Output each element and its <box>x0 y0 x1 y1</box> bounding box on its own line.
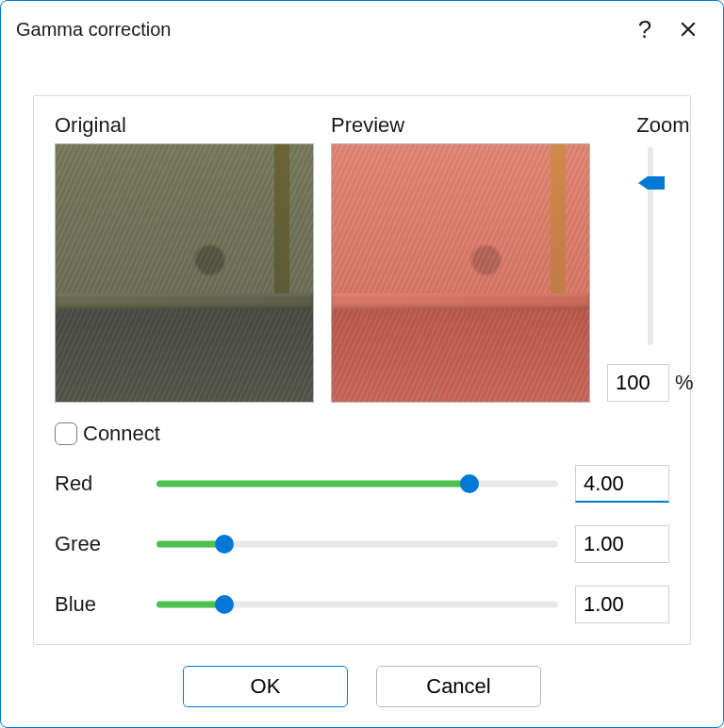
channel-sliders: Red Gree Blue <box>55 465 669 623</box>
zoom-value-input[interactable] <box>607 364 669 402</box>
preview-label: Preview <box>331 113 590 138</box>
zoom-slider[interactable] <box>632 147 669 345</box>
help-button[interactable]: ? <box>623 8 666 51</box>
dialog-content: Original Preview Zoom <box>1 58 723 727</box>
green-label: Gree <box>55 532 140 556</box>
original-image[interactable] <box>55 143 314 403</box>
close-icon <box>680 21 697 38</box>
window-title: Gamma correction <box>16 19 172 41</box>
titlebar: Gamma correction ? <box>1 1 723 58</box>
green-slider[interactable] <box>156 535 558 554</box>
original-column: Original <box>55 113 314 403</box>
zoom-column: Zoom % <box>607 113 694 403</box>
red-label: Red <box>55 472 140 496</box>
blue-value-input[interactable] <box>575 586 669 623</box>
original-label: Original <box>55 113 314 138</box>
close-button[interactable] <box>666 8 710 51</box>
green-slider-thumb <box>215 535 234 554</box>
red-slider-thumb <box>460 474 479 493</box>
connect-checkbox[interactable] <box>55 422 77 445</box>
main-panel: Original Preview Zoom <box>33 95 691 645</box>
original-texture <box>56 144 313 402</box>
gamma-correction-dialog: Gamma correction ? Original Preview <box>0 0 724 728</box>
preview-image[interactable] <box>331 143 590 403</box>
cancel-button[interactable]: Cancel <box>376 666 541 707</box>
zoom-label: Zoom <box>636 113 689 138</box>
zoom-thumb-icon <box>636 174 665 191</box>
blue-slider[interactable] <box>156 595 558 614</box>
red-slider-fill <box>156 481 469 488</box>
red-value-input[interactable] <box>575 465 669 503</box>
blue-slider-thumb <box>215 595 234 614</box>
connect-label: Connect <box>83 422 160 446</box>
zoom-percent-label: % <box>675 371 694 395</box>
dialog-buttons: OK Cancel <box>33 666 691 707</box>
help-icon: ? <box>638 15 651 44</box>
preview-texture <box>332 144 589 402</box>
preview-column: Preview <box>331 113 590 403</box>
green-value-input[interactable] <box>575 525 669 563</box>
ok-button[interactable]: OK <box>183 666 348 707</box>
red-slider[interactable] <box>156 474 558 493</box>
connect-row: Connect <box>55 422 669 446</box>
blue-label: Blue <box>55 592 140 617</box>
preview-row: Original Preview Zoom <box>55 113 669 403</box>
